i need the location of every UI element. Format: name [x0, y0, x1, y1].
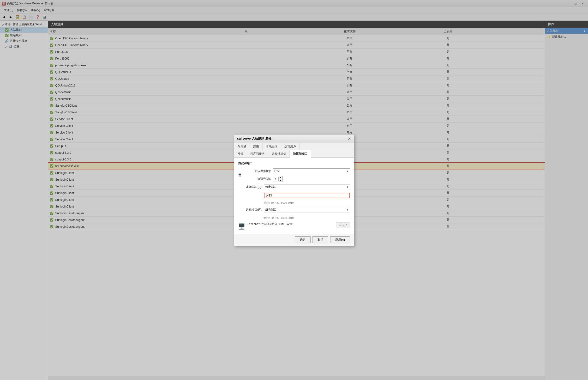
dialog-overlay: sql server入站规则 属性 ✕ 作用域 高级 本地主体 远程用户 常规 …	[0, 0, 588, 380]
dialog-content: 协议和端口 🖥️ 协议类型(P): TCP ▼ 协议号(U):	[234, 158, 354, 234]
icmp-label: Internet 控制消息协议(ICMP)设置:	[247, 223, 294, 226]
local-port-value: 特定端口	[265, 185, 277, 189]
spin-buttons[interactable]: ▲ ▼	[279, 176, 283, 182]
apply-button[interactable]: 应用(A)	[330, 236, 350, 243]
protocol-section-title: 协议和端口	[238, 161, 350, 166]
local-port-select[interactable]: 特定端口 ▼	[264, 184, 350, 190]
tab-protocol-ports[interactable]: 协议和端口	[290, 150, 311, 158]
protocol-type-select[interactable]: TCP ▼	[273, 168, 350, 174]
dialog-tabs-row1: 作用域 高级 本地主体 远程用户	[234, 143, 354, 150]
icmp-icon: 🖥️	[238, 223, 245, 230]
protocol-type-row: 🖥️ 协议类型(P): TCP ▼ 协议号(U): 6	[238, 168, 350, 182]
tab-local-principal[interactable]: 本地主体	[263, 143, 281, 150]
dialog-title-text: sql server入站规则 属性	[237, 136, 271, 141]
protocol-number-spin[interactable]: 6 ▲ ▼	[273, 176, 283, 182]
tab-advanced[interactable]: 高级	[250, 143, 263, 150]
local-port-row: 本地端口(L): 特定端口 ▼ 示例: 80, 443, 5000-5010	[238, 184, 350, 205]
local-port-label: 本地端口(L):	[238, 185, 262, 189]
tab-remote-computers[interactable]: 远程计算机	[268, 150, 290, 157]
properties-dialog: sql server入站规则 属性 ✕ 作用域 高级 本地主体 远程用户 常规 …	[234, 134, 354, 246]
dialog-footer: 确定 取消 应用(A)	[234, 234, 354, 246]
remote-port-value: 所有端口	[265, 208, 277, 212]
tab-general[interactable]: 常规	[234, 150, 247, 157]
local-port-arrow: ▼	[346, 186, 349, 188]
protocol-type-arrow: ▼	[346, 170, 349, 172]
tab-programs[interactable]: 程序和服务	[247, 150, 268, 157]
spin-up[interactable]: ▲	[279, 176, 283, 179]
icmp-section: 🖥️ Internet 控制消息协议(ICMP)设置: 自定义	[238, 222, 350, 230]
dialog-close-button[interactable]: ✕	[348, 136, 351, 141]
remote-port-select[interactable]: 所有端口 ▼	[264, 207, 350, 213]
remote-port-row: 远程端口(R): 所有端口 ▼ 示例: 80, 443, 5000-5010	[238, 207, 350, 220]
spin-down[interactable]: ▼	[279, 179, 283, 182]
ok-button[interactable]: 确定	[295, 236, 311, 243]
dialog-title-bar: sql server入站规则 属性 ✕	[234, 134, 354, 143]
protocol-type-label: 协议类型(P):	[247, 169, 271, 173]
tab-scope[interactable]: 作用域	[234, 143, 250, 150]
dialog-tabs-row2: 常规 程序和服务 远程计算机 协议和端口	[234, 150, 354, 158]
cancel-button[interactable]: 取消	[312, 236, 328, 243]
protocol-number-label: 协议号(U):	[247, 177, 271, 181]
local-port-input[interactable]	[264, 193, 350, 198]
protocol-type-value: TCP	[274, 170, 280, 173]
customize-button[interactable]: 自定义	[336, 222, 350, 228]
tab-remote-users[interactable]: 远程用户	[281, 143, 300, 150]
remote-port-arrow: ▼	[346, 209, 349, 211]
local-port-hint: 示例: 80, 443, 5000-5010	[264, 201, 294, 205]
protocol-icon: 🖥️	[238, 173, 245, 177]
protocol-number-value: 6	[273, 177, 279, 181]
remote-port-label: 远程端口(R):	[238, 208, 262, 212]
remote-port-hint: 示例: 80, 443, 5000-5010	[264, 216, 294, 220]
